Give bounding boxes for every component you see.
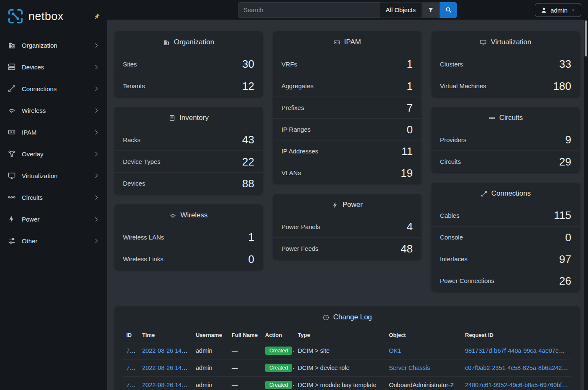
stat-clusters[interactable]: Clusters33 xyxy=(432,53,580,75)
dashboard: OrganizationSites30Tenants12InventoryRac… xyxy=(115,31,580,291)
object-type-button[interactable]: All Objects xyxy=(380,2,422,18)
change-request-id-link[interactable]: c07f0ab2-2351-4c58-825a-8b6a2425a1ab xyxy=(465,365,571,371)
stat-sites[interactable]: Sites30 xyxy=(115,53,263,75)
stat-label: Wireless LANs xyxy=(123,234,164,241)
user-menu-button[interactable]: admin xyxy=(535,3,581,17)
stat-devices[interactable]: Devices88 xyxy=(115,172,263,194)
changelog-col-full-name: Full Name xyxy=(228,328,262,342)
sidebar-item-overlay[interactable]: Overlay xyxy=(0,143,107,165)
main: All Objects admin OrganizationSites30Ten… xyxy=(107,0,588,390)
card-wireless: WirelessWireless LANs1Wireless Links0 xyxy=(115,204,263,270)
scrollbar-thumb[interactable] xyxy=(585,20,587,56)
stat-virtual-machines[interactable]: Virtual Machines180 xyxy=(432,75,580,97)
stat-tenants[interactable]: Tenants12 xyxy=(115,75,263,97)
stat-aggregates[interactable]: Aggregates1 xyxy=(273,75,421,97)
stat-racks[interactable]: Racks43 xyxy=(115,129,263,150)
pin-icon[interactable] xyxy=(92,11,102,21)
netbox-logo[interactable]: netbox xyxy=(7,8,64,25)
scrollbar[interactable] xyxy=(584,20,588,390)
change-id-link[interactable]: 754 xyxy=(126,365,136,371)
stat-providers[interactable]: Providers9 xyxy=(432,129,580,150)
stat-vrfs[interactable]: VRFs1 xyxy=(273,53,421,75)
change-time-link[interactable]: 2022-08-26 14:17 xyxy=(142,365,190,371)
sidebar-item-circuits[interactable]: Circuits xyxy=(0,186,107,208)
changelog-row: 7542022-08-26 14:17admin—CreatedDCIM > d… xyxy=(123,359,571,377)
card-title-inventory: Inventory xyxy=(115,107,263,129)
stat-power-connections[interactable]: Power Connections26 xyxy=(432,270,580,291)
card-virtualization: VirtualizationClusters33Virtual Machines… xyxy=(432,31,580,97)
change-id-link[interactable]: 753 xyxy=(126,382,136,388)
cable-icon xyxy=(8,84,16,93)
monitor-icon xyxy=(480,39,487,46)
topbar: All Objects admin xyxy=(107,0,588,20)
change-object-link[interactable]: OK1 xyxy=(389,347,401,354)
changelog-col-id: ID xyxy=(123,328,139,342)
stat-value: 0 xyxy=(248,254,254,265)
stat-ip-addresses[interactable]: IP Addresses11 xyxy=(273,140,421,162)
stat-prefixes[interactable]: Prefixes7 xyxy=(273,97,421,118)
stat-value: 4 xyxy=(407,221,413,232)
sidebar-item-wireless[interactable]: Wireless xyxy=(0,99,107,121)
stat-console[interactable]: Console0 xyxy=(432,226,580,248)
stat-circuits[interactable]: Circuits29 xyxy=(432,150,580,172)
change-request-id-link[interactable]: 9817317d-b67f-440a-99ca-4ae07ede94df xyxy=(465,347,571,354)
sidebar-item-other[interactable]: Other xyxy=(0,230,107,252)
stack-icon xyxy=(169,115,176,122)
stat-ip-ranges[interactable]: IP Ranges0 xyxy=(273,118,421,140)
search-input[interactable] xyxy=(238,2,380,18)
stat-wireless-lans[interactable]: Wireless LANs1 xyxy=(115,226,263,248)
stat-value: 12 xyxy=(242,81,254,92)
counter-icon xyxy=(333,39,340,46)
card-title-organization: Organization xyxy=(115,31,263,53)
sidebar-item-power[interactable]: Power xyxy=(0,208,107,230)
changelog-row: 7532022-08-26 14:15admin—CreatedDCIM > m… xyxy=(123,377,571,390)
sidebar-item-label: Power xyxy=(22,216,40,223)
change-object-link[interactable]: Server Chassis xyxy=(389,365,430,371)
chevron-right-icon xyxy=(93,107,100,114)
stat-value: 11 xyxy=(401,146,413,157)
card-title-text: Power xyxy=(343,201,363,209)
change-id-link[interactable]: 755 xyxy=(126,347,136,354)
stat-label: Device Types xyxy=(123,158,161,165)
stat-label: Power Panels xyxy=(281,223,320,230)
filter-button[interactable] xyxy=(422,2,440,18)
sidebar-item-organization[interactable]: Organization xyxy=(0,34,107,56)
stat-vlans[interactable]: VLANs19 xyxy=(273,162,421,184)
change-request-id-link[interactable]: 24807c61-9952-49c6-b8a5-69760bfcc4b3 xyxy=(465,382,571,388)
stat-label: Clusters xyxy=(440,61,463,68)
changelog-title: Change Log xyxy=(333,313,372,321)
change-time-link[interactable]: 2022-08-26 14:15 xyxy=(142,382,190,388)
search-button[interactable] xyxy=(440,2,457,18)
stat-cables[interactable]: Cables115 xyxy=(432,204,580,226)
stat-wireless-links[interactable]: Wireless Links0 xyxy=(115,248,263,270)
action-badge: Created xyxy=(265,381,292,389)
stat-value: 19 xyxy=(401,168,413,178)
card-power: PowerPower Panels4Power Feeds48 xyxy=(273,194,421,259)
stat-power-feeds[interactable]: Power Feeds48 xyxy=(273,237,421,259)
stat-device-types[interactable]: Device Types22 xyxy=(115,150,263,172)
stat-interfaces[interactable]: Interfaces97 xyxy=(432,248,580,270)
sidebar-item-ipam[interactable]: IPAM xyxy=(0,121,107,143)
stat-value: 48 xyxy=(401,243,413,254)
sidebar-item-devices[interactable]: Devices xyxy=(0,56,107,78)
stat-value: 1 xyxy=(407,81,413,92)
sidebar-item-label: Connections xyxy=(22,85,56,92)
stat-value: 0 xyxy=(565,232,571,243)
transit-icon xyxy=(8,193,16,201)
chevron-right-icon xyxy=(93,238,100,244)
stat-label: Tenants xyxy=(123,82,145,89)
stat-power-panels[interactable]: Power Panels4 xyxy=(273,216,421,237)
changelog-col-request-id: Request ID xyxy=(462,328,571,342)
change-type: DCIM > site xyxy=(298,347,330,354)
change-time-link[interactable]: 2022-08-26 14:22 xyxy=(142,347,190,354)
changelog-col-username: Username xyxy=(192,328,228,342)
history-icon xyxy=(322,314,330,321)
sidebar-item-virtualization[interactable]: Virtualization xyxy=(0,165,107,186)
card-title-text: Circuits xyxy=(499,114,523,122)
stat-label: VLANs xyxy=(281,169,301,176)
sidebar-item-connections[interactable]: Connections xyxy=(0,78,107,99)
stat-label: IP Addresses xyxy=(281,148,318,155)
action-badge: Created xyxy=(265,364,292,372)
stat-label: Console xyxy=(440,234,463,241)
change-username: admin xyxy=(196,347,212,354)
